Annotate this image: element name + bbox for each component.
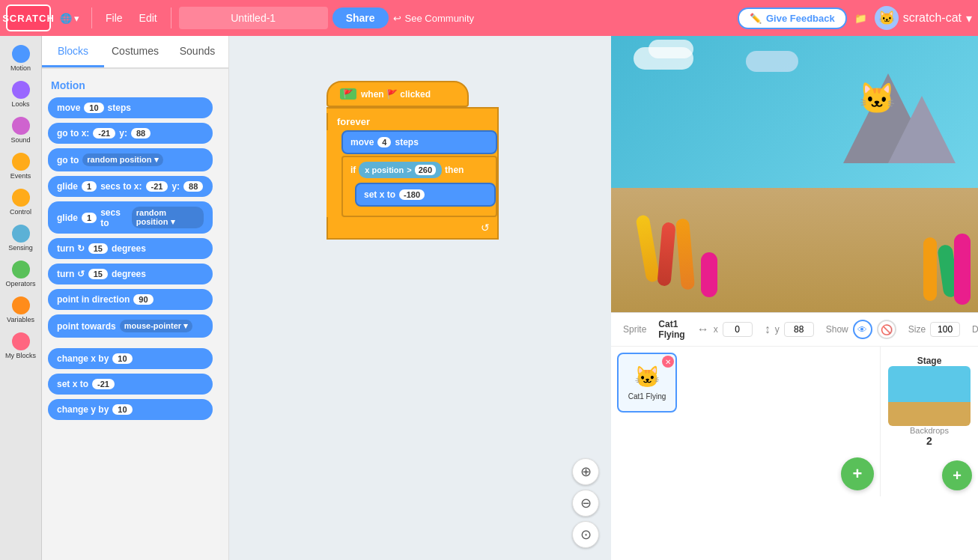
- if-top: if x position > 260 then: [343, 157, 496, 183]
- zoom-reset-button[interactable]: ⊙: [572, 521, 599, 548]
- show-eye-button[interactable]: 👁: [853, 320, 872, 339]
- x-value: 0: [723, 322, 753, 337]
- looks-label: Looks: [11, 100, 29, 108]
- block-turn-cw[interactable]: turn ↻ 15 degrees: [48, 238, 213, 259]
- editor-tabs: Blocks Costumes Sounds: [42, 36, 228, 69]
- sidebar-item-looks[interactable]: Looks: [1, 78, 41, 111]
- block-set-x[interactable]: set x to -21: [48, 374, 213, 395]
- operators-dot: [12, 261, 30, 279]
- sprites-stage-row: ✕ 🐱 Cat1 Flying + Stage Backdrops 2: [611, 347, 978, 496]
- tab-costumes[interactable]: Costumes: [104, 36, 166, 67]
- cat-sprite: 🐱: [858, 81, 896, 116]
- sprite-item-close[interactable]: ✕: [662, 356, 674, 368]
- plant-r2: [923, 237, 937, 301]
- block-point-direction[interactable]: point in direction 90: [48, 289, 213, 310]
- cloud-2: [649, 40, 693, 58]
- right-panel: ⚑ ⬜ ▭ ⛶: [611, 36, 978, 560]
- block-point-towards[interactable]: point towards mouse-pointer ▾: [48, 314, 213, 338]
- forever-block[interactable]: forever move 4 steps if: [326, 107, 499, 240]
- add-sprite-button[interactable]: +: [841, 457, 874, 490]
- category-panel: Motion Looks Sound Events Control Sensin…: [0, 36, 42, 560]
- tab-sounds[interactable]: Sounds: [166, 36, 228, 67]
- add-backdrop-icon: +: [953, 467, 962, 484]
- sprite-item[interactable]: ✕ 🐱 Cat1 Flying: [617, 353, 677, 413]
- zoom-in-button[interactable]: ⊕: [572, 458, 599, 485]
- sidebar-item-events[interactable]: Events: [1, 150, 41, 183]
- if-inner: set x to -180: [355, 183, 496, 207]
- add-backdrop-button[interactable]: +: [942, 460, 972, 490]
- variables-dot: [12, 296, 30, 314]
- variables-label: Variables: [7, 316, 34, 323]
- pencil-icon: ✏️: [750, 13, 762, 24]
- set-x-block[interactable]: set x to -180: [355, 183, 496, 207]
- edit-menu[interactable]: Edit: [133, 9, 163, 27]
- tab-blocks[interactable]: Blocks: [42, 36, 104, 67]
- sidebar-item-operators[interactable]: Operators: [1, 258, 41, 290]
- sound-label: Sound: [10, 136, 30, 144]
- steps-label: steps: [395, 137, 418, 147]
- sprites-list: ✕ 🐱 Cat1 Flying +: [611, 347, 881, 496]
- stage-thumb-label: Stage: [917, 356, 942, 366]
- backdrops-label: Backdrops: [910, 426, 949, 435]
- myblocks-label: My Blocks: [5, 352, 36, 359]
- direction-section: Direction 90: [972, 322, 978, 337]
- blocks-section-title: Motion: [51, 79, 222, 91]
- block-glide-xy[interactable]: glide 1 secs to x: -21 y: 88: [48, 176, 213, 197]
- globe-button[interactable]: 🌐 ▾: [55, 10, 84, 27]
- block-goto-random[interactable]: go to random position ▾: [48, 148, 213, 171]
- zoom-out-button[interactable]: ⊖: [572, 490, 599, 517]
- flag-icon: 🚩: [340, 88, 356, 100]
- sidebar-item-motion[interactable]: Motion: [1, 42, 41, 75]
- sensing-dot: [12, 225, 30, 243]
- forever-label: forever: [326, 113, 497, 130]
- sidebar-item-sensing[interactable]: Sensing: [1, 222, 41, 255]
- blocks-spacer: [48, 342, 222, 348]
- y-value: 88: [784, 322, 814, 337]
- hide-eye-button[interactable]: 🚫: [877, 320, 896, 339]
- sound-dot: [12, 117, 30, 135]
- condition-block: x position > 260: [359, 162, 442, 178]
- sprite-name: Cat1 Flying: [658, 319, 684, 340]
- sprite-info: Sprite Cat1 Flying ↔ x 0 ↕ y 88 Show 👁 🚫…: [611, 313, 978, 347]
- project-title-input[interactable]: [179, 7, 328, 29]
- block-change-y[interactable]: change y by 10: [48, 399, 213, 420]
- size-label: Size: [908, 324, 926, 335]
- see-community-button[interactable]: ↩ See Community: [393, 13, 474, 24]
- sidebar-item-control[interactable]: Control: [1, 186, 41, 219]
- hat-block[interactable]: 🚩 when 🚩 clicked: [326, 81, 469, 107]
- block-goto-xy[interactable]: go to x: -21 y: 88: [48, 123, 213, 144]
- y-coord-section: ↕ y 88: [765, 322, 814, 337]
- stage-thumb[interactable]: [888, 366, 971, 426]
- set-x-value: -180: [399, 189, 425, 200]
- file-menu[interactable]: File: [100, 9, 129, 27]
- if-bottom: [343, 208, 496, 216]
- gt-op: >: [407, 165, 411, 174]
- username-label: scratch-cat: [903, 11, 962, 25]
- sidebar-item-variables[interactable]: Variables: [1, 293, 41, 326]
- operators-label: Operators: [5, 280, 35, 287]
- sprite-item-icon: 🐱: [634, 365, 660, 389]
- plant-r3: [954, 234, 971, 305]
- folder-button[interactable]: 📁: [851, 10, 870, 27]
- block-turn-ccw[interactable]: turn ↺ 15 degrees: [48, 264, 213, 284]
- then-label: then: [445, 165, 464, 175]
- blocks-content: Motion move 10 steps go to x: -21 y: 88 …: [42, 69, 228, 560]
- user-section[interactable]: 🐱 scratch-cat ▾: [875, 6, 972, 30]
- stage-canvas: 🐱: [611, 36, 978, 312]
- myblocks-dot: [12, 332, 30, 350]
- move-label: move: [350, 137, 374, 147]
- block-glide-random[interactable]: glide 1 secs to random position ▾: [48, 201, 213, 234]
- stage-view: ⚑ ⬜ ▭ ⛶: [611, 36, 978, 313]
- if-label: if: [350, 165, 356, 175]
- give-feedback-button[interactable]: ✏️ Give Feedback: [738, 7, 847, 29]
- user-chevron: ▾: [966, 11, 972, 25]
- stage-thumb-img: [888, 366, 971, 426]
- share-button[interactable]: Share: [332, 7, 389, 28]
- sidebar-item-myblocks[interactable]: My Blocks: [1, 329, 41, 362]
- if-block[interactable]: if x position > 260 then: [341, 156, 497, 217]
- block-move[interactable]: move 10 steps: [48, 97, 213, 118]
- block-change-x[interactable]: change x by 10: [48, 348, 213, 369]
- sidebar-item-sound[interactable]: Sound: [1, 114, 41, 147]
- move-block[interactable]: move 4 steps: [341, 130, 497, 154]
- motion-dot: [12, 45, 30, 63]
